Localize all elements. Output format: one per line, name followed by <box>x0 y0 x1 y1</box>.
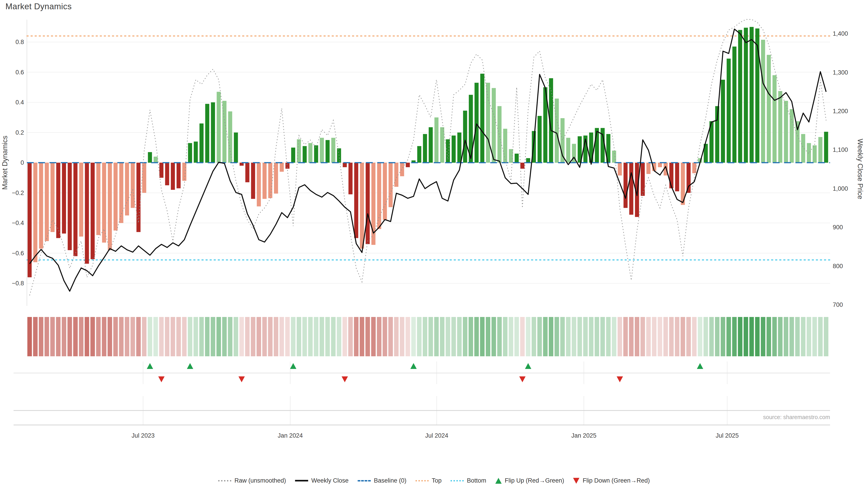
legend-line-swatch <box>451 480 464 482</box>
heatmap-cell <box>262 317 267 356</box>
heatmap-cell <box>417 317 422 356</box>
heatmap-cell <box>411 317 416 356</box>
oscillator-bar <box>102 163 106 242</box>
oscillator-bar <box>96 163 100 235</box>
heatmap-cell <box>113 317 118 356</box>
x-axis-tick: Jul 2023 <box>121 431 166 440</box>
oscillator-bar <box>429 127 433 163</box>
heatmap-cell <box>698 317 702 356</box>
oscillator-bar <box>641 163 645 196</box>
legend-label: Top <box>432 477 442 484</box>
oscillator-bar <box>56 163 60 238</box>
oscillator-bar <box>274 163 278 194</box>
legend-item[interactable]: Flip Up (Red→Green) <box>495 477 564 484</box>
legend-line-swatch <box>218 480 231 482</box>
oscillator-bar <box>148 152 152 163</box>
oscillator-bar <box>366 163 370 244</box>
heatmap-cell <box>669 317 674 356</box>
oscillator-bar <box>406 163 410 167</box>
heatmap-cell <box>457 317 462 356</box>
right-axis-tick: 1,300 <box>833 68 848 76</box>
flip-up-marker <box>525 363 531 369</box>
oscillator-bar <box>813 145 817 163</box>
heatmap-cell <box>640 317 645 356</box>
heatmap-cell <box>400 317 404 356</box>
legend-item[interactable]: Weekly Close <box>295 477 348 484</box>
oscillator-bar <box>773 75 777 163</box>
oscillator-bar <box>377 163 381 229</box>
heatmap-cell <box>320 317 324 356</box>
heatmap-cell <box>795 317 800 356</box>
left-axis-tick: −0.6 <box>0 249 24 257</box>
flip-up-marker <box>147 363 153 369</box>
heatmap-cell <box>423 317 427 356</box>
oscillator-bar <box>199 123 204 163</box>
heatmap-cell <box>618 317 622 356</box>
oscillator-bar <box>492 88 496 163</box>
heatmap-cell <box>308 317 313 356</box>
heatmap-cell <box>772 317 777 356</box>
oscillator-bar <box>434 118 438 163</box>
oscillator-bar <box>498 106 502 163</box>
heatmap-cell <box>761 317 765 356</box>
oscillator-bar <box>721 80 725 163</box>
heatmap-cell <box>663 317 668 356</box>
oscillator-bar <box>474 83 478 163</box>
legend-item[interactable]: Raw (unsmoothed) <box>218 477 286 484</box>
heatmap-cell <box>159 317 164 356</box>
legend-item[interactable]: Bottom <box>451 477 487 484</box>
legend-label: Flip Up (Red→Green) <box>505 477 564 484</box>
heatmap-cell <box>474 317 479 356</box>
heatmap-cell <box>732 317 737 356</box>
heatmap-cell <box>67 317 72 356</box>
oscillator-bar <box>807 143 811 163</box>
heatmap-cell <box>96 317 101 356</box>
legend-item[interactable]: Top <box>415 477 442 484</box>
heatmap-cell <box>119 317 124 356</box>
flip-up-icon <box>495 478 502 484</box>
oscillator-bar <box>394 163 398 187</box>
heatmap-cell <box>532 317 536 356</box>
heatmap-cell <box>675 317 680 356</box>
heatmap-cell <box>85 317 89 356</box>
heatmap-cell <box>503 317 507 356</box>
oscillator-bar <box>297 139 301 163</box>
left-axis-tick: 0.4 <box>0 98 24 106</box>
oscillator-bar <box>177 163 181 188</box>
heatmap-cell <box>325 317 330 356</box>
x-axis-tick: Jan 2025 <box>561 431 607 440</box>
heatmap-cell <box>623 317 628 356</box>
heatmap-cell <box>726 317 731 356</box>
oscillator-bar <box>114 163 118 230</box>
heatmap-cell <box>405 317 410 356</box>
x-axis-tick: Jul 2024 <box>414 431 459 440</box>
oscillator-bar <box>733 46 737 163</box>
oscillator-bar <box>457 133 461 163</box>
heatmap-cell <box>107 317 112 356</box>
oscillator-bar <box>85 163 89 264</box>
oscillator-bar <box>303 146 307 163</box>
heatmap-cell <box>704 317 708 356</box>
heatmap-cell <box>256 317 261 356</box>
heatmap-cell <box>297 317 301 356</box>
oscillator-bar <box>314 145 318 163</box>
oscillator-bar <box>217 92 221 163</box>
oscillator-bar <box>784 101 788 163</box>
heatmap-cell <box>480 317 485 356</box>
heatmap-cell <box>165 317 169 356</box>
oscillator-bar <box>417 146 421 163</box>
heatmap-cell <box>239 317 244 356</box>
heatmap-cell <box>526 317 530 356</box>
right-axis-tick: 1,200 <box>833 107 848 115</box>
legend-item[interactable]: Baseline (0) <box>358 477 406 484</box>
heatmap-cell <box>646 317 651 356</box>
oscillator-bar <box>320 138 324 163</box>
heatmap-cell <box>784 317 788 356</box>
legend-item[interactable]: Flip Down (Green→Red) <box>573 477 650 484</box>
legend-label: Raw (unsmoothed) <box>235 477 286 484</box>
oscillator-bar <box>727 59 731 163</box>
heatmap-cell <box>251 317 255 356</box>
heatmap-cell <box>497 317 502 356</box>
oscillator-bar <box>234 133 238 163</box>
heatmap-cell <box>279 317 284 356</box>
